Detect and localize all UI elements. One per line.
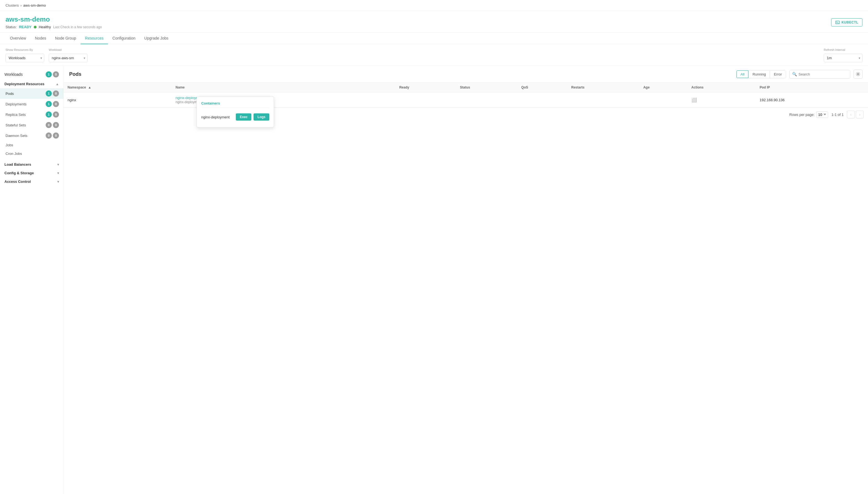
refresh-interval-label: Refresh Interval — [824, 48, 863, 52]
load-balancers-chevron-icon: ▾ — [57, 163, 59, 167]
sidebar-item-replica-sets[interactable]: Replica Sets 1 0 — [0, 109, 63, 120]
refresh-interval-select[interactable]: Off 30s 1m 5m 10m — [824, 54, 863, 62]
pagination: Rows per page: 10 25 50 1-1 of 1 ‹ › — [64, 108, 868, 121]
filter-btn-group: All Running Error — [736, 70, 786, 78]
search-icon: 🔍 — [792, 72, 797, 76]
deployment-resources-section[interactable]: Deployment Resources ▲ — [0, 80, 63, 88]
content-area: Pods All Running Error 🔍 — [64, 66, 868, 494]
replica-sets-badge-gray: 0 — [53, 112, 59, 117]
access-control-section[interactable]: Access Control ▾ — [0, 177, 63, 186]
search-wrapper: 🔍 — [789, 70, 850, 79]
replica-sets-badges: 1 0 — [46, 112, 59, 117]
config-storage-label: Config & Storage — [4, 171, 34, 175]
search-input[interactable] — [789, 70, 850, 79]
daemon-sets-badges: 0 0 — [46, 132, 59, 138]
th-pod-ip: Pod IP — [756, 83, 868, 92]
page-header: aws-sm-demo Status: READY Healthy Last C… — [0, 11, 868, 33]
filter-error-button[interactable]: Error — [770, 71, 786, 78]
breadcrumb-separator: › — [20, 3, 22, 7]
tabs-bar: Overview Nodes Node Group Resources Conf… — [0, 33, 868, 44]
sidebar-item-daemon-sets-label: Daemon Sets — [5, 134, 46, 138]
cell-pod-ip: 192.168.90.136 — [756, 92, 868, 108]
deployments-badges: 1 0 — [46, 101, 59, 107]
config-storage-chevron-icon: ▾ — [57, 171, 59, 175]
breadcrumb-clusters[interactable]: Clusters — [5, 3, 19, 7]
tab-nodes[interactable]: Nodes — [31, 33, 50, 44]
prev-page-button[interactable]: ‹ — [847, 111, 855, 118]
tab-resources[interactable]: Resources — [80, 33, 108, 44]
th-age: Age — [640, 83, 687, 92]
popup-title: Containers — [201, 101, 269, 108]
show-resources-select[interactable]: Workloads — [5, 54, 44, 62]
th-ready: Ready — [395, 83, 456, 92]
pods-badge-gray: 0 — [53, 91, 59, 97]
tab-overview[interactable]: Overview — [5, 33, 31, 44]
filter-running-button[interactable]: Running — [749, 71, 770, 78]
sidebar: Workloads 1 0 Deployment Resources ▲ Pod… — [0, 66, 64, 494]
sidebar-item-pods-label: Pods — [5, 92, 46, 96]
sidebar-item-cron-jobs[interactable]: Cron Jobs — [0, 149, 63, 158]
pods-title: Pods — [69, 71, 81, 77]
kubectl-icon — [835, 20, 840, 25]
health-label: Healthy — [39, 25, 51, 29]
cell-actions[interactable]: ⬜ — [687, 92, 756, 108]
th-name: Name — [172, 83, 395, 92]
cell-age — [640, 92, 687, 108]
access-control-chevron-icon: ▾ — [57, 180, 59, 184]
sidebar-item-replica-sets-label: Replica Sets — [5, 113, 46, 117]
tab-upgrade-jobs[interactable]: Upgrade Jobs — [140, 33, 173, 44]
svg-point-2 — [857, 74, 859, 75]
next-page-button[interactable]: › — [856, 111, 864, 118]
deployment-resources-chevron-icon: ▲ — [56, 82, 59, 86]
th-restarts: Restarts — [568, 83, 640, 92]
copy-icon[interactable]: ⬜ — [691, 98, 697, 102]
logs-button[interactable]: Logs — [254, 113, 269, 120]
health-dot — [34, 26, 37, 28]
workload-control: Workload nginx-aws-sm ▾ — [49, 48, 88, 62]
popup-item: nginx-deployment Exec Logs — [201, 111, 269, 123]
sidebar-item-jobs[interactable]: Jobs — [0, 141, 63, 149]
config-storage-section[interactable]: Config & Storage ▾ — [0, 169, 63, 177]
pods-table: Namespace ▲ Name Ready Status QoS Restar… — [64, 83, 868, 108]
settings-icon[interactable] — [854, 70, 863, 79]
sidebar-item-pods[interactable]: Pods 1 0 — [0, 88, 63, 99]
container-popup: Containers nginx-deployment Exec Logs — [197, 97, 274, 128]
breadcrumb: Clusters › aws-sm-demo — [0, 0, 868, 11]
show-resources-control: Show Resources By Workloads ▾ — [5, 48, 44, 62]
th-namespace[interactable]: Namespace ▲ — [64, 83, 172, 92]
cell-restarts — [568, 92, 640, 108]
stateful-sets-badge-green: 0 — [46, 122, 52, 128]
rows-per-page-select[interactable]: 10 25 50 — [816, 112, 828, 118]
main-layout: Workloads 1 0 Deployment Resources ▲ Pod… — [0, 66, 868, 494]
sidebar-item-daemon-sets[interactable]: Daemon Sets 0 0 — [0, 130, 63, 141]
load-balancers-section[interactable]: Load Balancers ▾ — [0, 160, 63, 169]
kubectl-button[interactable]: KUBECTL — [831, 18, 863, 26]
page-nav: ‹ › — [847, 111, 864, 118]
sidebar-item-jobs-label: Jobs — [5, 143, 59, 147]
workloads-badge-green: 1 — [46, 71, 52, 77]
tab-node-group[interactable]: Node Group — [51, 33, 80, 44]
sidebar-item-stateful-sets[interactable]: Stateful Sets 0 0 — [0, 120, 63, 130]
refresh-interval-select-wrapper: Off 30s 1m 5m 10m ▾ — [824, 54, 863, 62]
load-balancers-label: Load Balancers — [4, 163, 31, 167]
stateful-sets-badges: 0 0 — [46, 122, 59, 128]
workload-select[interactable]: nginx-aws-sm — [49, 54, 88, 62]
table-row: nginx nginx-deployment-5fb4bc756b-ffg4h … — [64, 92, 868, 108]
cell-ready — [395, 92, 456, 108]
page-info: 1-1 of 1 — [831, 113, 844, 117]
exec-button[interactable]: Exec — [236, 113, 251, 120]
workloads-row[interactable]: Workloads 1 0 — [0, 69, 63, 80]
filter-all-button[interactable]: All — [737, 71, 749, 78]
table-header-row: Namespace ▲ Name Ready Status QoS Restar… — [64, 83, 868, 92]
tab-configuration[interactable]: Configuration — [108, 33, 140, 44]
controls-row: Show Resources By Workloads ▾ Workload n… — [0, 44, 868, 66]
sidebar-item-cron-jobs-label: Cron Jobs — [5, 152, 59, 156]
breadcrumb-current: aws-sm-demo — [23, 3, 46, 7]
kubectl-label: KUBECTL — [842, 20, 858, 24]
show-resources-select-wrapper: Workloads ▾ — [5, 54, 44, 62]
sidebar-item-deployments[interactable]: Deployments 1 0 — [0, 99, 63, 109]
popup-actions: Exec Logs — [236, 113, 269, 120]
workloads-label: Workloads — [4, 72, 43, 77]
pods-header: Pods All Running Error 🔍 — [64, 66, 868, 83]
status-bar: Status: READY Healthy Last Check in a fe… — [5, 25, 102, 29]
